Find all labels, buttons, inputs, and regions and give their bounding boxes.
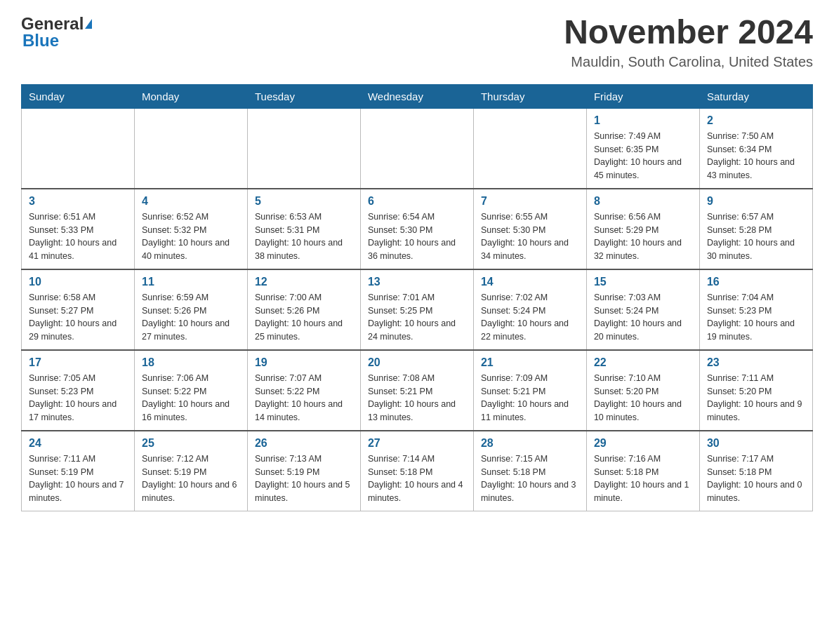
calendar-cell: 12Sunrise: 7:00 AMSunset: 5:26 PMDayligh… — [247, 269, 360, 350]
logo-blue: Blue — [22, 31, 59, 51]
month-title: November 2024 — [564, 14, 813, 51]
day-info: Sunrise: 7:50 AMSunset: 6:34 PMDaylight:… — [707, 130, 805, 182]
day-info: Sunrise: 7:04 AMSunset: 5:23 PMDaylight:… — [707, 291, 805, 344]
day-number: 30 — [707, 437, 805, 450]
calendar-header-thursday: Thursday — [473, 84, 586, 108]
calendar-cell: 23Sunrise: 7:11 AMSunset: 5:20 PMDayligh… — [699, 350, 812, 431]
day-info: Sunrise: 7:08 AMSunset: 5:21 PMDaylight:… — [368, 372, 466, 424]
day-number: 7 — [481, 195, 579, 208]
day-number: 1 — [594, 114, 692, 127]
calendar-cell: 9Sunrise: 6:57 AMSunset: 5:28 PMDaylight… — [699, 189, 812, 269]
calendar-cell: 22Sunrise: 7:10 AMSunset: 5:20 PMDayligh… — [586, 350, 699, 431]
day-info: Sunrise: 6:55 AMSunset: 5:30 PMDaylight:… — [481, 210, 579, 263]
day-info: Sunrise: 7:05 AMSunset: 5:23 PMDaylight:… — [29, 372, 127, 424]
calendar-cell: 19Sunrise: 7:07 AMSunset: 5:22 PMDayligh… — [247, 350, 360, 431]
day-number: 8 — [594, 195, 692, 208]
logo-triangle-icon — [85, 19, 92, 29]
day-number: 2 — [707, 114, 805, 127]
calendar-cell: 17Sunrise: 7:05 AMSunset: 5:23 PMDayligh… — [22, 350, 135, 431]
day-info: Sunrise: 7:16 AMSunset: 5:18 PMDaylight:… — [594, 452, 692, 505]
calendar-cell — [134, 108, 247, 189]
day-number: 22 — [594, 356, 692, 369]
calendar-header-sunday: Sunday — [22, 84, 135, 108]
day-info: Sunrise: 6:51 AMSunset: 5:33 PMDaylight:… — [29, 210, 127, 263]
calendar-cell: 5Sunrise: 6:53 AMSunset: 5:31 PMDaylight… — [247, 189, 360, 269]
day-number: 18 — [142, 356, 240, 369]
location: Mauldin, South Carolina, United States — [564, 54, 813, 70]
calendar-cell: 6Sunrise: 6:54 AMSunset: 5:30 PMDaylight… — [360, 189, 473, 269]
day-info: Sunrise: 7:10 AMSunset: 5:20 PMDaylight:… — [594, 372, 692, 424]
day-info: Sunrise: 7:49 AMSunset: 6:35 PMDaylight:… — [594, 130, 692, 182]
day-info: Sunrise: 7:12 AMSunset: 5:19 PMDaylight:… — [142, 452, 240, 505]
day-number: 29 — [594, 437, 692, 450]
day-info: Sunrise: 7:02 AMSunset: 5:24 PMDaylight:… — [481, 291, 579, 344]
day-number: 21 — [481, 356, 579, 369]
day-info: Sunrise: 7:07 AMSunset: 5:22 PMDaylight:… — [255, 372, 353, 424]
calendar-table: SundayMondayTuesdayWednesdayThursdayFrid… — [21, 84, 813, 511]
day-info: Sunrise: 6:57 AMSunset: 5:28 PMDaylight:… — [707, 210, 805, 263]
calendar-header-wednesday: Wednesday — [360, 84, 473, 108]
title-block: November 2024 Mauldin, South Carolina, U… — [564, 14, 813, 70]
calendar-cell: 8Sunrise: 6:56 AMSunset: 5:29 PMDaylight… — [586, 189, 699, 269]
calendar-cell: 16Sunrise: 7:04 AMSunset: 5:23 PMDayligh… — [699, 269, 812, 350]
calendar-header-monday: Monday — [134, 84, 247, 108]
day-number: 9 — [707, 195, 805, 208]
calendar-cell: 24Sunrise: 7:11 AMSunset: 5:19 PMDayligh… — [22, 431, 135, 511]
day-number: 26 — [255, 437, 353, 450]
day-info: Sunrise: 7:13 AMSunset: 5:19 PMDaylight:… — [255, 452, 353, 505]
day-info: Sunrise: 7:14 AMSunset: 5:18 PMDaylight:… — [368, 452, 466, 505]
day-info: Sunrise: 7:11 AMSunset: 5:19 PMDaylight:… — [29, 452, 127, 505]
day-number: 20 — [368, 356, 466, 369]
day-info: Sunrise: 7:03 AMSunset: 5:24 PMDaylight:… — [594, 291, 692, 344]
calendar-cell: 1Sunrise: 7:49 AMSunset: 6:35 PMDaylight… — [586, 108, 699, 189]
calendar-cell: 13Sunrise: 7:01 AMSunset: 5:25 PMDayligh… — [360, 269, 473, 350]
day-number: 28 — [481, 437, 579, 450]
calendar-cell: 10Sunrise: 6:58 AMSunset: 5:27 PMDayligh… — [22, 269, 135, 350]
calendar-cell — [473, 108, 586, 189]
day-info: Sunrise: 7:11 AMSunset: 5:20 PMDaylight:… — [707, 372, 805, 424]
day-number: 12 — [255, 276, 353, 288]
day-number: 16 — [707, 276, 805, 288]
day-number: 19 — [255, 356, 353, 369]
calendar-cell: 7Sunrise: 6:55 AMSunset: 5:30 PMDaylight… — [473, 189, 586, 269]
page-header: General Blue November 2024 Mauldin, Sout… — [21, 14, 813, 70]
day-number: 5 — [255, 195, 353, 208]
day-number: 17 — [29, 356, 127, 369]
calendar-header-friday: Friday — [586, 84, 699, 108]
calendar-cell: 15Sunrise: 7:03 AMSunset: 5:24 PMDayligh… — [586, 269, 699, 350]
day-number: 11 — [142, 276, 240, 288]
day-number: 25 — [142, 437, 240, 450]
calendar-cell: 3Sunrise: 6:51 AMSunset: 5:33 PMDaylight… — [22, 189, 135, 269]
calendar-header-saturday: Saturday — [699, 84, 812, 108]
day-number: 14 — [481, 276, 579, 288]
day-number: 3 — [29, 195, 127, 208]
day-number: 10 — [29, 276, 127, 288]
calendar-cell: 20Sunrise: 7:08 AMSunset: 5:21 PMDayligh… — [360, 350, 473, 431]
calendar-cell: 29Sunrise: 7:16 AMSunset: 5:18 PMDayligh… — [586, 431, 699, 511]
day-number: 6 — [368, 195, 466, 208]
calendar-cell — [247, 108, 360, 189]
day-number: 4 — [142, 195, 240, 208]
calendar-cell: 30Sunrise: 7:17 AMSunset: 5:18 PMDayligh… — [699, 431, 812, 511]
calendar-cell: 14Sunrise: 7:02 AMSunset: 5:24 PMDayligh… — [473, 269, 586, 350]
calendar-cell: 21Sunrise: 7:09 AMSunset: 5:21 PMDayligh… — [473, 350, 586, 431]
calendar-cell: 11Sunrise: 6:59 AMSunset: 5:26 PMDayligh… — [134, 269, 247, 350]
logo: General Blue — [21, 14, 92, 51]
calendar-cell: 2Sunrise: 7:50 AMSunset: 6:34 PMDaylight… — [699, 108, 812, 189]
day-number: 13 — [368, 276, 466, 288]
day-info: Sunrise: 6:53 AMSunset: 5:31 PMDaylight:… — [255, 210, 353, 263]
day-info: Sunrise: 6:59 AMSunset: 5:26 PMDaylight:… — [142, 291, 240, 344]
day-info: Sunrise: 6:56 AMSunset: 5:29 PMDaylight:… — [594, 210, 692, 263]
day-info: Sunrise: 7:01 AMSunset: 5:25 PMDaylight:… — [368, 291, 466, 344]
day-info: Sunrise: 6:54 AMSunset: 5:30 PMDaylight:… — [368, 210, 466, 263]
calendar-cell: 26Sunrise: 7:13 AMSunset: 5:19 PMDayligh… — [247, 431, 360, 511]
calendar-cell: 28Sunrise: 7:15 AMSunset: 5:18 PMDayligh… — [473, 431, 586, 511]
calendar-cell: 27Sunrise: 7:14 AMSunset: 5:18 PMDayligh… — [360, 431, 473, 511]
day-info: Sunrise: 7:09 AMSunset: 5:21 PMDaylight:… — [481, 372, 579, 424]
day-number: 27 — [368, 437, 466, 450]
day-info: Sunrise: 7:00 AMSunset: 5:26 PMDaylight:… — [255, 291, 353, 344]
calendar-cell: 18Sunrise: 7:06 AMSunset: 5:22 PMDayligh… — [134, 350, 247, 431]
day-info: Sunrise: 7:06 AMSunset: 5:22 PMDaylight:… — [142, 372, 240, 424]
day-number: 23 — [707, 356, 805, 369]
calendar-cell: 4Sunrise: 6:52 AMSunset: 5:32 PMDaylight… — [134, 189, 247, 269]
